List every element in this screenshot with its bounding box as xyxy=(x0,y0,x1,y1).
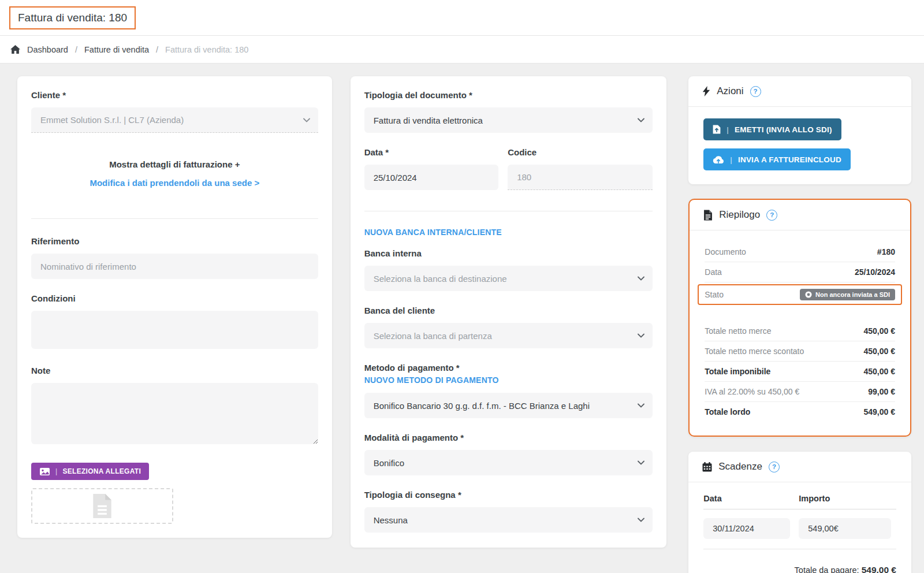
nuova-banca-link[interactable]: NUOVA BANCA INTERNA/CLIENTE xyxy=(364,228,653,237)
document-icon xyxy=(703,210,713,221)
document-card: Tipologia del documento * Fattura di ven… xyxy=(351,76,667,548)
metodo-select-value: Bonifico Bancario 30 g.g. d.f. f.m. - BC… xyxy=(374,401,644,411)
scadenze-importo-header: Importo xyxy=(799,494,830,503)
codice-label: Codice xyxy=(508,147,653,157)
breadcrumb-fatture[interactable]: Fatture di vendita xyxy=(84,45,149,54)
cloud-upload-icon xyxy=(713,155,724,164)
scadenza-data-input[interactable] xyxy=(703,518,790,539)
chevron-down-icon xyxy=(303,118,310,122)
breadcrumb: Dashboard / Fatture di vendita / Fattura… xyxy=(0,36,924,64)
modalita-label: Modalità di pagamento * xyxy=(364,433,653,442)
chevron-down-icon xyxy=(638,333,644,338)
data-input[interactable] xyxy=(364,165,499,190)
image-icon xyxy=(39,467,50,476)
banca-cliente-select[interactable]: Seleziona la banca di partenza xyxy=(364,323,653,348)
scadenze-title: Scadenze xyxy=(718,461,762,472)
scadenze-panel: Scadenze ? Data Importo Totale da pagare… xyxy=(688,452,911,573)
divider xyxy=(364,211,653,211)
riepilogo-row-documento: Documento #180 xyxy=(705,242,895,262)
status-badge: Non ancora inviata a SDI xyxy=(800,289,895,300)
chevron-down-icon xyxy=(638,118,644,122)
invia-button-label: INVIA A FATTUREINCLOUD xyxy=(738,155,841,164)
page-title: Fattura di vendita: 180 xyxy=(9,6,136,29)
scadenza-importo-input[interactable] xyxy=(799,518,891,539)
page-header: Fattura di vendita: 180 xyxy=(0,0,924,36)
condizioni-textarea[interactable] xyxy=(31,311,318,349)
scadenze-header-row: Data Importo xyxy=(703,494,896,509)
consegna-select[interactable]: Nessuna xyxy=(364,507,653,533)
scadenze-row xyxy=(703,518,896,549)
stato-label: Stato xyxy=(705,290,724,299)
banca-interna-label: Banca interna xyxy=(364,248,653,258)
chevron-down-icon xyxy=(638,276,644,281)
total-row: Totale netto merce scontato 450,00 € xyxy=(705,341,895,362)
total-row: IVA al 22.00% su 450,00 € 99,00 € xyxy=(705,382,895,402)
nuovo-metodo-link[interactable]: NUOVO METODO DI PAGAMENTO xyxy=(364,375,653,385)
condizioni-label: Condizioni xyxy=(31,293,318,303)
tipologia-label: Tipologia del documento * xyxy=(364,90,653,100)
codice-input: 180 xyxy=(508,165,653,190)
file-upload-icon xyxy=(713,125,721,134)
banca-interna-select-value: Seleziona la banca di destinazione xyxy=(374,274,644,284)
status-dot-icon xyxy=(805,291,812,298)
attachments-dropzone[interactable] xyxy=(31,488,173,524)
mostra-dettagli-link[interactable]: Mostra dettagli di fatturazione + xyxy=(31,159,318,169)
totale-da-pagare: Totale da pagare: 549,00 € xyxy=(703,565,896,573)
help-icon[interactable]: ? xyxy=(766,210,777,221)
modalita-select[interactable]: Bonifico xyxy=(364,450,653,475)
riepilogo-title: Riepilogo xyxy=(719,209,760,221)
riferimento-input[interactable] xyxy=(31,254,318,279)
chevron-down-icon xyxy=(638,518,644,522)
seleziona-allegati-button[interactable]: | SELEZIONA ALLEGATI xyxy=(31,463,149,480)
azioni-title: Azioni xyxy=(717,85,743,97)
file-icon xyxy=(92,494,112,518)
note-textarea[interactable] xyxy=(31,383,318,444)
home-icon[interactable] xyxy=(10,45,20,54)
modifica-dati-link[interactable]: Modifica i dati prendendoli da una sede … xyxy=(90,178,259,188)
riepilogo-row-stato: Stato Non ancora inviata a SDI xyxy=(698,284,902,305)
consegna-select-value: Nessuna xyxy=(374,515,644,525)
tipologia-select[interactable]: Fattura di vendita elettronica xyxy=(364,107,653,133)
total-row: Totale netto merce 450,00 € xyxy=(705,321,895,341)
cliente-label: Cliente * xyxy=(31,90,318,100)
calendar-icon xyxy=(702,462,712,472)
scadenze-data-header: Data xyxy=(703,494,799,503)
emetti-button-label: EMETTI (INVIA ALLO SDI) xyxy=(735,125,832,134)
banca-cliente-label: Banca del cliente xyxy=(364,306,653,315)
total-row: Totale imponibile 450,00 € xyxy=(705,362,895,382)
divider xyxy=(31,218,318,219)
emetti-button[interactable]: | EMETTI (INVIA ALLO SDI) xyxy=(703,118,841,140)
seleziona-allegati-label: SELEZIONA ALLEGATI xyxy=(62,467,141,475)
chevron-down-icon xyxy=(638,403,644,408)
client-card: Cliente * Emmet Solution S.r.l. | CL7 (A… xyxy=(17,76,332,538)
consegna-label: Tipologia di consegna * xyxy=(364,490,653,500)
lightning-icon xyxy=(702,86,710,96)
banca-cliente-select-value: Seleziona la banca di partenza xyxy=(374,331,644,341)
tipologia-select-value: Fattura di vendita elettronica xyxy=(374,116,644,125)
breadcrumb-separator: / xyxy=(75,45,77,54)
total-row: Totale lordo 549,00 € xyxy=(705,402,895,422)
azioni-panel: Azioni ? | EMETTI (INVIA ALLO SDI) xyxy=(688,76,911,184)
modalita-select-value: Bonifico xyxy=(374,458,644,468)
metodo-select[interactable]: Bonifico Bancario 30 g.g. d.f. f.m. - BC… xyxy=(364,393,653,418)
data-label: Data * xyxy=(364,147,499,157)
help-icon[interactable]: ? xyxy=(769,462,780,472)
chevron-down-icon xyxy=(638,460,644,465)
riepilogo-row-data: Data 25/10/2024 xyxy=(705,262,895,282)
banca-interna-select[interactable]: Seleziona la banca di destinazione xyxy=(364,266,653,291)
cliente-select-value: Emmet Solution S.r.l. | CL7 (Azienda) xyxy=(40,115,309,125)
metodo-label: Metodo di pagamento * xyxy=(364,363,653,373)
breadcrumb-dashboard[interactable]: Dashboard xyxy=(27,45,68,54)
breadcrumb-separator: / xyxy=(156,45,158,54)
cliente-select[interactable]: Emmet Solution S.r.l. | CL7 (Azienda) xyxy=(31,107,318,133)
breadcrumb-current: Fattura di vendita: 180 xyxy=(165,45,248,54)
help-icon[interactable]: ? xyxy=(750,86,761,97)
riferimento-label: Riferimento xyxy=(31,236,318,246)
riepilogo-panel: Riepilogo ? Documento #180 Data 25/10/20… xyxy=(688,199,911,437)
note-label: Note xyxy=(31,366,318,375)
invia-fattureincloud-button[interactable]: | INVIA A FATTUREINCLOUD xyxy=(703,148,851,170)
